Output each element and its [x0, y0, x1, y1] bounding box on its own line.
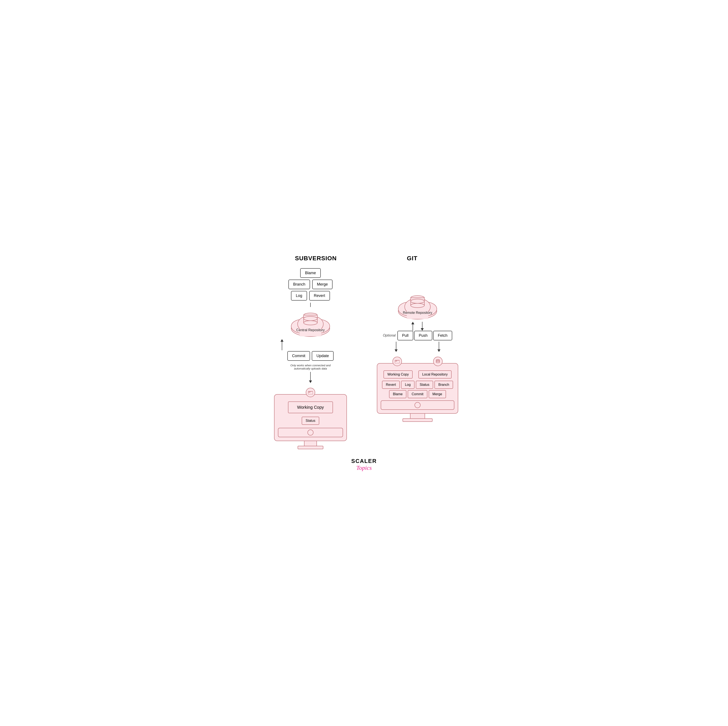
git-revert-box: Revert [382, 381, 400, 389]
svn-line-up [282, 342, 282, 350]
svg-text:Remote Repository: Remote Repository [403, 311, 432, 314]
diagram-container: SUBVERSION GIT Blame Branch Merge Log Re… [268, 255, 460, 471]
svn-working-copy-box: Working Copy [288, 401, 333, 413]
svn-line-1 [310, 303, 311, 307]
svn-monitor-stand [298, 441, 323, 449]
svg-rect-23 [395, 360, 399, 363]
git-optional-label: Optional [383, 334, 396, 337]
git-column: Remote Repository [375, 268, 460, 422]
git-branch-box: Branch [434, 381, 453, 389]
git-two-arrows [375, 342, 460, 352]
svn-commit-update-row: Commit Update [288, 351, 333, 361]
svn-merge-box: Merge [312, 280, 332, 289]
git-line-up [413, 324, 413, 331]
git-folder-svg [395, 360, 399, 363]
git-db-icon [433, 357, 443, 366]
git-network-area: Optional Pull Push Fetch [375, 322, 460, 352]
git-monitor-bottom [381, 400, 454, 410]
git-arrowhead-down [421, 328, 424, 331]
git-stand-neck [410, 414, 425, 418]
svn-arrowhead-up [280, 339, 283, 342]
svn-folder-icon [306, 388, 315, 397]
git-title: GIT [372, 255, 453, 262]
git-log-box: Log [401, 381, 414, 389]
svn-top-actions: Blame Branch Merge Log Revert [288, 268, 332, 300]
git-actions-row2: Blame Commit Merge [381, 390, 454, 398]
git-local-repo-box: Local Repository [418, 371, 451, 378]
svn-log-box: Log [291, 291, 307, 300]
git-lr-line [439, 342, 439, 349]
svn-folder-icon-wrap [306, 388, 315, 397]
git-lr-arrowhead [437, 349, 440, 352]
svn-up-arrow [280, 339, 283, 350]
columns: Blame Branch Merge Log Revert [268, 268, 460, 449]
git-pull-box: Pull [398, 331, 413, 340]
git-cloud-svg: Remote Repository [396, 292, 439, 320]
svn-revert-box: Revert [309, 291, 330, 300]
git-fetch-box: Fetch [433, 331, 452, 340]
svn-status-wrap: Status [278, 417, 343, 425]
git-arrowhead-up [411, 322, 414, 324]
svn-blame-box: Blame [300, 268, 321, 278]
svn-line-down [310, 372, 311, 380]
svn-note: Only works when connected and automatica… [289, 364, 332, 370]
git-push-box: Push [414, 331, 432, 340]
svn-folder-svg [308, 391, 313, 394]
svg-rect-12 [308, 391, 310, 392]
svn-up-arrow-wrap [268, 339, 353, 350]
svn-column: Blame Branch Merge Log Revert [268, 268, 353, 449]
git-monitor-wrap: Working Copy Local Repository Revert Log… [377, 352, 458, 422]
svn-monitor: Working Copy Status [274, 394, 347, 441]
svn-title: SUBVERSION [275, 255, 356, 262]
svn-cloud-svg: Central Repository [289, 309, 332, 337]
svn-commit-box: Commit [288, 351, 310, 361]
branding-scaler-text: SCALER [268, 458, 460, 464]
svn-arrowhead-down [309, 380, 312, 383]
svn-monitor-wrap: Working Copy Status [274, 383, 347, 449]
svn-note-wrap: Only works when connected and automatica… [289, 363, 332, 370]
svn-monitor-bottom [278, 428, 343, 437]
git-line-down-top [422, 322, 422, 328]
git-monitor: Working Copy Local Repository Revert Log… [377, 363, 458, 414]
svn-arrow-to-cloud [310, 303, 311, 307]
svn-down-arrow [309, 372, 312, 383]
git-actions-row1: Revert Log Status Branch [381, 381, 454, 389]
svg-point-20 [411, 303, 424, 308]
svn-stand-neck [304, 441, 317, 446]
git-db-svg [435, 359, 440, 364]
git-monitor-circle [414, 402, 421, 408]
svg-text:Central Repository: Central Repository [296, 328, 325, 332]
git-working-copy-box: Working Copy [384, 371, 413, 378]
git-monitor-top: Working Copy Local Repository [381, 371, 454, 378]
svn-update-box: Update [312, 351, 333, 361]
svn-status-box: Status [302, 417, 319, 425]
svn-branch-merge-row: Branch Merge [288, 280, 332, 289]
git-status-box: Status [416, 381, 433, 389]
git-blame-box: Blame [389, 390, 407, 398]
svn-blame-row: Blame [300, 268, 321, 278]
branding: SCALER Topics [268, 458, 460, 471]
svg-rect-11 [308, 391, 313, 394]
git-icons-row [377, 357, 458, 366]
git-lr-arrow [437, 342, 440, 352]
svn-wc-box-wrap: Working Copy [278, 401, 343, 413]
git-wc-arrowhead [395, 349, 398, 352]
svg-point-8 [304, 321, 317, 325]
branding-topics-text: Topics [268, 464, 460, 471]
svg-rect-24 [395, 360, 397, 361]
svn-log-revert-row: Log Revert [291, 291, 330, 300]
git-monitor-rows: Revert Log Status Branch Blame Commit Me… [381, 381, 454, 398]
svn-stand-base [298, 446, 323, 449]
git-wc-line [396, 342, 396, 349]
git-commit-box: Commit [408, 390, 427, 398]
git-down-arrow-wrap [421, 322, 424, 331]
git-wc-arrow [395, 342, 398, 352]
git-folder-icon [393, 357, 402, 366]
git-merge-box: Merge [429, 390, 446, 398]
git-arrow-row [375, 322, 460, 331]
git-stand-base [402, 418, 433, 422]
svn-monitor-circle [307, 429, 314, 435]
git-monitor-stand [402, 414, 433, 422]
headers: SUBVERSION GIT [268, 255, 460, 262]
git-up-arrow-wrap [411, 322, 414, 331]
